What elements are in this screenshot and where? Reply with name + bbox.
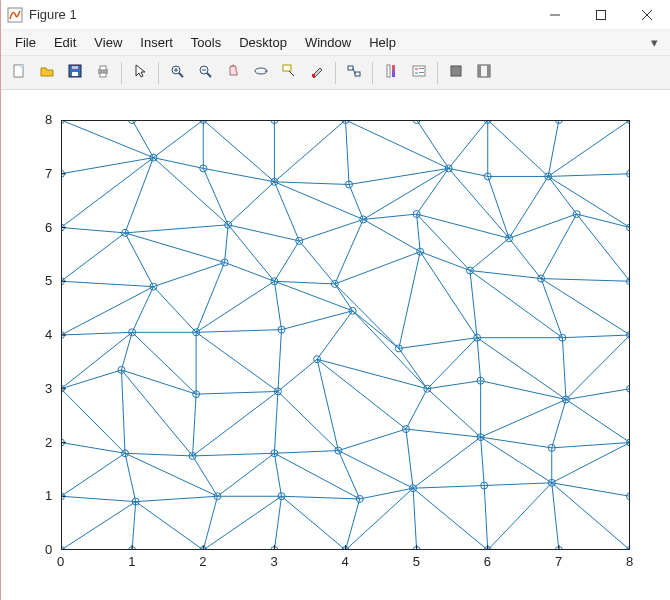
data-cursor-button[interactable] [277,61,301,85]
insert-colorbar-button[interactable] [379,61,403,85]
svg-line-213 [61,287,153,335]
svg-rect-34 [451,66,461,76]
y-tick-label: 5 [45,273,52,288]
svg-line-167 [541,214,577,279]
menu-desktop[interactable]: Desktop [231,32,295,53]
svg-line-140 [121,370,125,453]
link-plot-button[interactable] [342,61,366,85]
svg-line-126 [132,502,136,550]
menu-insert[interactable]: Insert [132,32,181,53]
svg-line-58 [338,429,406,451]
svg-line-64 [196,391,278,394]
svg-line-208 [196,332,278,391]
svg-rect-21 [283,65,291,71]
svg-line-22 [289,71,294,76]
svg-line-219 [470,271,562,338]
print-button[interactable] [91,61,115,85]
svg-line-84 [470,271,541,279]
hand-icon [225,63,241,82]
svg-line-211 [477,338,566,400]
svg-line-72 [196,330,281,333]
svg-line-78 [61,281,153,286]
svg-line-187 [413,488,488,550]
zoom-out-button[interactable] [193,61,217,85]
y-tick-label: 0 [45,542,52,557]
svg-line-216 [274,281,352,311]
minimize-button[interactable] [532,0,578,30]
svg-line-92 [509,214,577,238]
figure-area[interactable]: 012345678012345678 [1,90,670,600]
y-tick-label: 8 [45,112,52,127]
svg-rect-29 [413,66,425,76]
svg-line-142 [274,391,278,453]
menu-window[interactable]: Window [297,32,359,53]
x-tick-label: 4 [342,554,349,569]
insert-legend-button[interactable] [407,61,431,85]
dock-dropdown-icon[interactable]: ▾ [645,35,664,50]
menu-help[interactable]: Help [361,32,404,53]
brush-button[interactable] [305,61,329,85]
menu-tools[interactable]: Tools [183,32,229,53]
svg-line-172 [417,168,449,214]
svg-line-193 [274,453,359,499]
svg-line-153 [562,338,566,400]
hide-plot-tools-button[interactable] [444,61,468,85]
edit-plot-button[interactable] [128,61,152,85]
svg-line-243 [488,120,548,176]
show-tools-icon [476,63,492,82]
new-figure-button[interactable] [7,61,31,85]
toolbar-separator [158,62,159,84]
svg-line-214 [153,287,196,333]
pan-button[interactable] [221,61,245,85]
svg-rect-33 [419,72,424,73]
show-plot-tools-button[interactable] [472,61,496,85]
svg-line-234 [449,168,509,238]
open-button[interactable] [35,61,59,85]
svg-line-49 [281,496,359,499]
svg-line-226 [417,214,470,270]
x-tick-label: 0 [57,554,64,569]
close-button[interactable] [624,0,670,30]
svg-line-242 [449,120,488,168]
svg-line-74 [353,311,399,349]
svg-rect-32 [419,68,424,69]
svg-rect-11 [100,66,106,70]
svg-line-233 [363,168,448,219]
rotate-3d-button[interactable] [249,61,273,85]
svg-line-202 [317,359,406,429]
maximize-button[interactable] [578,0,624,30]
svg-line-227 [509,238,541,278]
svg-point-20 [255,68,267,74]
svg-line-77 [562,335,630,338]
svg-line-157 [335,284,353,311]
axes[interactable] [61,120,630,550]
new-file-icon [11,63,27,82]
svg-line-188 [488,483,552,550]
svg-line-175 [132,120,153,158]
svg-line-191 [125,453,217,496]
window-title: Figure 1 [29,7,77,22]
colorbar-icon [383,63,399,82]
svg-line-130 [413,488,417,550]
svg-line-174 [548,176,576,214]
save-button[interactable] [63,61,87,85]
svg-rect-9 [72,66,78,69]
svg-line-129 [346,499,360,550]
svg-line-144 [406,389,427,429]
svg-line-186 [346,488,414,550]
menu-edit[interactable]: Edit [46,32,84,53]
svg-line-98 [349,168,449,184]
svg-line-194 [338,451,413,489]
menu-file[interactable]: File [7,32,44,53]
menu-view[interactable]: View [86,32,130,53]
svg-rect-12 [100,73,106,77]
svg-line-152 [477,338,481,381]
svg-line-55 [125,453,193,456]
svg-line-225 [363,219,420,251]
svg-line-200 [193,391,278,456]
svg-line-131 [484,486,488,551]
data-cursor-icon [281,63,297,82]
zoom-in-button[interactable] [165,61,189,85]
svg-line-141 [193,394,197,456]
y-tick-label: 2 [45,435,52,450]
